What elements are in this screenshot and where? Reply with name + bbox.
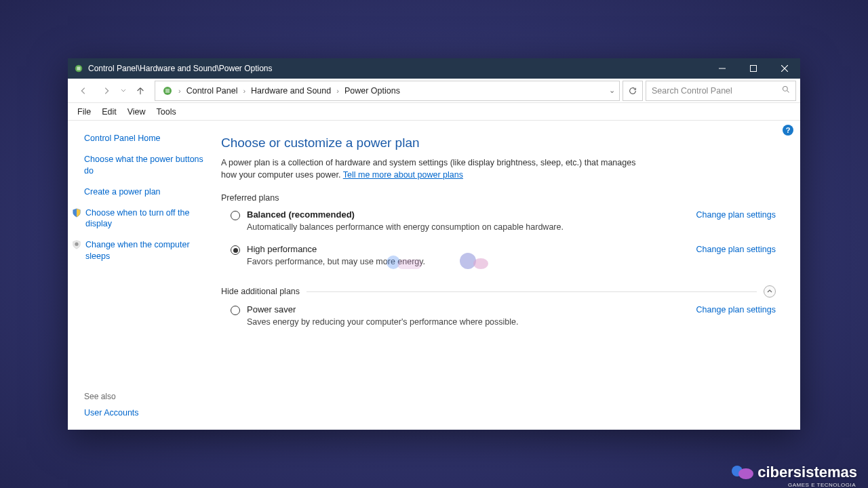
window-title: Control Panel\Hardware and Sound\Power O… (88, 64, 707, 73)
plan-saver-desc: Saves energy by reducing your computer's… (247, 317, 776, 327)
close-button[interactable] (769, 58, 800, 79)
watermark-subtext: GAMES E TECNOLOGIA (788, 482, 856, 488)
page-heading: Choose or customize a power plan (221, 136, 776, 150)
control-panel-icon (161, 84, 174, 98)
watermark-blob-icon (732, 464, 753, 481)
breadcrumb-hardware-sound[interactable]: Hardware and Sound (247, 81, 335, 100)
shield-icon (72, 208, 81, 218)
refresh-button[interactable] (623, 81, 643, 101)
up-button[interactable] (129, 81, 152, 100)
learn-more-link[interactable]: Tell me more about power plans (343, 170, 463, 180)
body: ? Control Panel Home Choose what the pow… (68, 121, 800, 430)
title-bar: Control Panel\Hardware and Sound\Power O… (68, 58, 800, 79)
sidebar-item-label: Change when the computer sleeps (85, 239, 214, 262)
svg-point-10 (75, 243, 78, 246)
menu-tools[interactable]: Tools (151, 105, 182, 119)
radio-power-saver[interactable] (231, 306, 240, 315)
preferred-plans-label: Preferred plans (221, 193, 776, 203)
menu-edit[interactable]: Edit (96, 105, 122, 119)
shield-icon (72, 240, 81, 249)
help-icon[interactable]: ? (783, 125, 793, 136)
sidebar-computer-sleeps[interactable]: Change when the computer sleeps (72, 239, 214, 262)
plan-saver-name[interactable]: Power saver (247, 304, 296, 314)
additional-plans-text: Hide additional plans (221, 287, 300, 296)
sidebar-home[interactable]: Control Panel Home (84, 133, 214, 144)
breadcrumb-power-options[interactable]: Power Options (340, 81, 404, 100)
change-settings-saver[interactable]: Change plan settings (683, 305, 776, 314)
svg-line-9 (787, 91, 789, 93)
svg-rect-7 (165, 89, 170, 93)
menu-view[interactable]: View (122, 105, 151, 119)
search-box[interactable] (646, 81, 796, 101)
forward-button[interactable] (95, 81, 118, 100)
breadcrumb-box[interactable]: › Control Panel › Hardware and Sound › P… (155, 81, 620, 101)
plan-high-name[interactable]: High performance (247, 244, 317, 254)
plan-balanced-desc: Automatically balances performance with … (247, 222, 776, 232)
search-input[interactable] (652, 86, 779, 96)
window-controls (707, 58, 800, 79)
radio-high-performance[interactable] (231, 245, 240, 255)
watermark-logo: cibersistemas GAMES E TECNOLOGIA (732, 464, 857, 481)
additional-plans-label[interactable]: Hide additional plans (221, 285, 776, 298)
plan-high-performance: High performance Change plan settings Fa… (221, 244, 776, 279)
menu-bar: File Edit View Tools (68, 103, 800, 121)
see-also-user-accounts[interactable]: User Accounts (84, 408, 214, 418)
search-icon (782, 85, 790, 96)
svg-rect-3 (751, 66, 757, 72)
chevron-right-icon: › (177, 87, 182, 95)
sidebar-power-buttons[interactable]: Choose what the power buttons do (84, 154, 214, 177)
watermark-text: cibersistemas (757, 464, 857, 481)
sidebar-create-plan[interactable]: Create a power plan (84, 186, 214, 198)
maximize-button[interactable] (738, 58, 769, 79)
svg-rect-1 (77, 66, 80, 70)
main-content: Choose or customize a power plan A power… (221, 121, 800, 430)
minimize-button[interactable] (707, 58, 738, 79)
plan-balanced-name[interactable]: Balanced (recommended) (247, 209, 355, 220)
breadcrumb-control-panel[interactable]: Control Panel (182, 81, 242, 100)
sidebar-item-label: Choose when to turn off the display (85, 207, 214, 230)
divider (307, 291, 757, 292)
radio-balanced[interactable] (231, 211, 240, 220)
breadcrumb-dropdown-icon[interactable]: ⌄ (609, 86, 615, 95)
plan-balanced: Balanced (recommended) Change plan setti… (221, 209, 776, 244)
sidebar: Control Panel Home Choose what the power… (68, 121, 221, 430)
plan-power-saver: Power saver Change plan settings Saves e… (221, 304, 776, 339)
change-settings-balanced[interactable]: Change plan settings (683, 210, 776, 220)
page-description: A power plan is a collection of hardware… (221, 157, 642, 181)
back-button[interactable] (72, 81, 95, 100)
recent-dropdown[interactable] (118, 81, 129, 100)
chevron-right-icon: › (335, 87, 340, 95)
plan-high-desc: Favors performance, but may use more ene… (247, 257, 776, 266)
control-panel-window: Control Panel\Hardware and Sound\Power O… (68, 58, 800, 430)
sidebar-turn-off-display[interactable]: Choose when to turn off the display (72, 207, 214, 230)
change-settings-high[interactable]: Change plan settings (683, 245, 776, 254)
app-icon (73, 63, 84, 74)
chevron-right-icon: › (241, 87, 247, 95)
address-bar: › Control Panel › Hardware and Sound › P… (68, 79, 800, 103)
svg-point-8 (783, 87, 788, 92)
preferred-plans-text: Preferred plans (221, 193, 279, 203)
collapse-icon[interactable] (764, 285, 776, 298)
menu-file[interactable]: File (72, 105, 96, 119)
see-also-heading: See also (84, 392, 214, 401)
